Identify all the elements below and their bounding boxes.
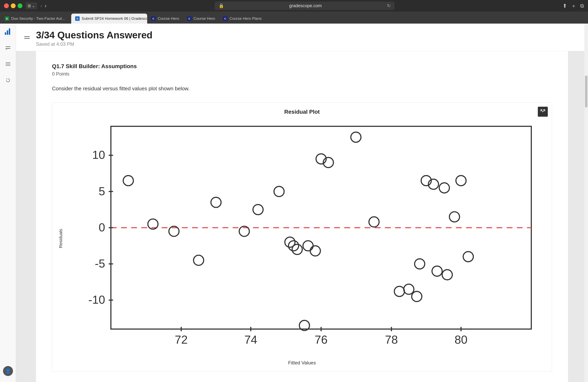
svg-text:74: 74 [244, 333, 257, 346]
nav-arrows: ‹ › [41, 3, 47, 9]
questions-answered: 3/34 Questions Answered [36, 30, 152, 40]
svg-rect-12 [24, 38, 30, 39]
close-button[interactable] [4, 3, 9, 8]
svg-text:≡›: ≡› [6, 48, 7, 50]
browser-actions: ⬆ ＋ ⧉ [563, 2, 584, 9]
svg-text:0: 0 [99, 221, 105, 234]
expand-plot-button[interactable] [538, 107, 548, 117]
svg-rect-9 [6, 65, 10, 66]
tab-coursehero1[interactable]: C Course Hero [147, 14, 183, 24]
maximize-button[interactable] [18, 3, 22, 8]
tab-label-coursehero1: Course Hero [158, 16, 179, 21]
back-button[interactable]: ‹ [41, 3, 42, 9]
svg-text:78: 78 [385, 333, 398, 346]
sidebar-list-icon[interactable] [3, 59, 13, 69]
question-prompt: Consider the residual versus fitted valu… [52, 85, 552, 93]
svg-rect-0 [5, 32, 6, 35]
saved-text: Saved at 4:03 PM [36, 41, 152, 47]
new-tab-button[interactable]: ＋ [571, 2, 576, 9]
tab-gradescope[interactable]: G Submit SP24 Homework 06 | Gradescope [71, 14, 147, 24]
svg-text:-10: -10 [88, 293, 105, 306]
avatar[interactable]: 👤 [3, 366, 13, 376]
sidebar-icon: ⊞ [28, 3, 31, 8]
tab-favicon-coursehero3: C [223, 16, 227, 21]
tab-duo[interactable]: D Duo Security - Two-Factor Authenticati… [1, 14, 71, 24]
y-axis-label: Residuals [58, 119, 63, 358]
browser-titlebar: ⊞ ⌄ ‹ › 🔒 gradescope.com ↻ ⬆ ＋ ⧉ [0, 0, 588, 12]
url-text: gradescope.com [227, 3, 384, 8]
chevron-down-icon: ⌄ [32, 3, 35, 8]
tab-favicon-coursehero2: C [187, 16, 192, 21]
question-panel: Q1.7 Skill Builder: Assumptions 0 Points… [36, 51, 568, 382]
sidebar: ≡› 👤 [0, 24, 16, 382]
tab-label-coursehero3: Course Hero Plans [230, 16, 262, 21]
address-bar[interactable]: 🔒 gradescope.com ↻ [215, 1, 395, 10]
sidebar-bottom: 👤 [3, 366, 13, 376]
lock-icon: 🔒 [219, 3, 224, 8]
share-button[interactable]: ⬆ [563, 3, 567, 9]
menu-toggle-icon[interactable] [22, 33, 32, 43]
forward-button[interactable]: › [45, 3, 46, 9]
scrollbar-thumb[interactable] [585, 76, 588, 108]
tab-bar: D Duo Security - Two-Factor Authenticati… [0, 12, 588, 24]
tab-coursehero2[interactable]: C Course Hero [183, 14, 219, 24]
minimize-button[interactable] [11, 3, 16, 8]
svg-text:-5: -5 [95, 257, 105, 270]
avatar-initials: 👤 [5, 368, 11, 374]
tab-label-gradescope: Submit SP24 Homework 06 | Gradescope [82, 16, 147, 21]
tab-label-duo: Duo Security - Two-Factor Authentication [11, 16, 67, 21]
question-points: 0 Points [52, 71, 552, 77]
main-content: 3/34 Questions Answered Saved at 4:03 PM… [16, 24, 588, 382]
svg-rect-8 [6, 64, 10, 64]
content-area: Q1.7 Skill Builder: Assumptions 0 Points… [16, 51, 588, 382]
svg-rect-13 [24, 37, 27, 37]
x-axis-label: Fitted Values [58, 360, 546, 366]
app-layout: ≡› 👤 [0, 24, 588, 382]
sidebar-toggle[interactable]: ⊞ ⌄ [26, 2, 37, 9]
tab-coursehero3[interactable]: C Course Hero Plans [219, 14, 266, 24]
tab-label-coursehero2: Course Hero [194, 16, 215, 21]
svg-text:72: 72 [175, 333, 188, 346]
plot-title: Residual Plot [58, 109, 546, 115]
svg-text:5: 5 [99, 185, 105, 198]
question-title: Q1.7 Skill Builder: Assumptions [52, 63, 552, 70]
page-header: 3/34 Questions Answered Saved at 4:03 PM [16, 24, 588, 51]
reload-icon[interactable]: ↻ [387, 3, 391, 8]
svg-marker-10 [6, 78, 8, 79]
svg-rect-1 [7, 30, 8, 35]
svg-rect-7 [6, 62, 10, 63]
svg-text:76: 76 [315, 333, 327, 346]
sidebar-menu-icon[interactable]: ≡› [3, 43, 13, 53]
scatter-plot: 10 5 0 -5 [67, 119, 546, 358]
sidebar-refresh-icon[interactable] [3, 75, 13, 85]
gradescope-logo [4, 28, 12, 37]
traffic-lights [4, 3, 22, 8]
svg-text:10: 10 [92, 149, 105, 161]
tabs-overview-button[interactable]: ⧉ [580, 3, 584, 9]
plot-container: Residual Plot Residuals [52, 102, 552, 372]
svg-rect-2 [9, 28, 10, 35]
tab-favicon-gradescope: G [75, 16, 80, 21]
tab-favicon-duo: D [5, 16, 9, 21]
svg-rect-5 [6, 47, 8, 47]
scrollbar-track[interactable] [584, 24, 588, 382]
svg-text:80: 80 [455, 333, 467, 346]
tab-favicon-coursehero1: C [151, 16, 156, 21]
